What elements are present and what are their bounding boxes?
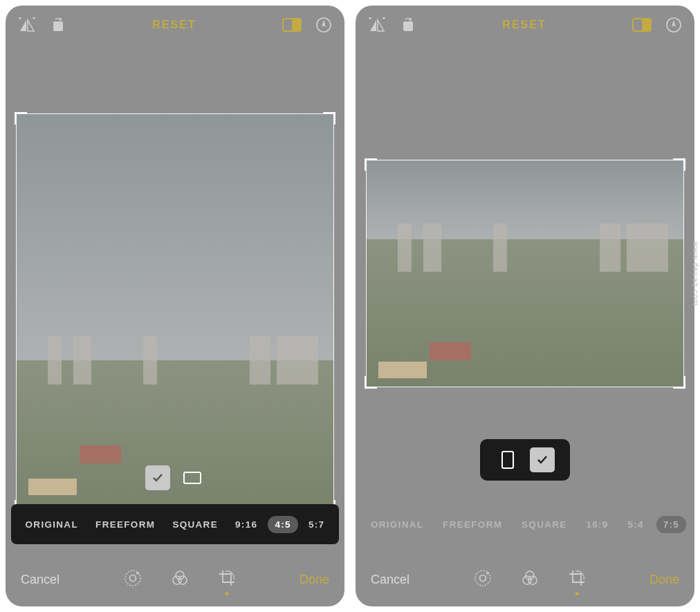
- markup-icon[interactable]: [315, 17, 332, 33]
- svg-point-15: [479, 575, 486, 582]
- crop-tool-icon[interactable]: [218, 569, 236, 590]
- aspect-freeform[interactable]: FREEFORM: [89, 516, 162, 533]
- orientation-portrait-button[interactable]: [495, 447, 520, 472]
- aspect-16-9[interactable]: 16:9: [579, 516, 615, 533]
- svg-point-9: [178, 576, 187, 584]
- svg-point-16: [486, 572, 489, 575]
- screen-left-portrait: RESET ORIGINAL: [6, 6, 344, 606]
- aspect-square[interactable]: SQUARE: [515, 516, 574, 533]
- crop-handle-tr[interactable]: [673, 158, 685, 171]
- aspect-ratio-bar[interactable]: ORIGINAL FREEFORM SQUARE 16:9 5:4 7:5: [361, 504, 689, 544]
- svg-point-5: [129, 575, 136, 582]
- svg-point-6: [136, 572, 139, 575]
- svg-rect-2: [292, 19, 301, 31]
- orientation-portrait-button[interactable]: [145, 465, 170, 490]
- topbar: RESET: [6, 6, 344, 44]
- aspect-ratio-icon[interactable]: [632, 18, 652, 32]
- rotate-icon[interactable]: [50, 17, 66, 33]
- crop-handle-br[interactable]: [673, 376, 685, 389]
- aspect-freeform[interactable]: FREEFORM: [436, 516, 509, 533]
- svg-rect-12: [642, 19, 651, 31]
- svg-rect-0: [53, 21, 63, 31]
- adjust-tool-icon[interactable]: [474, 569, 492, 590]
- svg-rect-10: [403, 21, 413, 31]
- flip-horizontal-icon[interactable]: [18, 17, 36, 33]
- crop-handle-bl[interactable]: [365, 376, 377, 389]
- photo-preview: [366, 160, 684, 387]
- aspect-ratio-icon[interactable]: [282, 18, 302, 32]
- filters-tool-icon[interactable]: [521, 569, 539, 590]
- bottombar: Cancel Done: [6, 553, 344, 606]
- svg-point-19: [528, 576, 537, 584]
- orientation-toggle: [480, 439, 570, 481]
- rotate-icon[interactable]: [400, 17, 416, 33]
- markup-icon[interactable]: [665, 17, 682, 33]
- svg-point-7: [176, 571, 184, 579]
- cancel-button[interactable]: Cancel: [21, 573, 59, 587]
- orientation-landscape-button[interactable]: [180, 465, 205, 490]
- reset-button[interactable]: RESET: [152, 19, 196, 31]
- filters-tool-icon[interactable]: [171, 569, 189, 590]
- aspect-ratio-bar[interactable]: ORIGINAL FREEFORM SQUARE 9:16 4:5 5:7: [11, 504, 339, 544]
- topbar: RESET: [356, 6, 694, 44]
- orientation-landscape-button[interactable]: [530, 447, 555, 472]
- crop-tool-icon[interactable]: [568, 569, 586, 590]
- adjust-tool-icon[interactable]: [124, 569, 142, 590]
- done-button[interactable]: Done: [650, 573, 679, 587]
- aspect-5-4[interactable]: 5:4: [620, 516, 650, 533]
- crop-border[interactable]: [366, 160, 684, 387]
- cancel-button[interactable]: Cancel: [371, 573, 409, 587]
- svg-point-17: [526, 571, 534, 579]
- aspect-original[interactable]: ORIGINAL: [19, 516, 85, 533]
- aspect-5-7[interactable]: 5:7: [302, 516, 331, 533]
- bottombar: Cancel Done: [356, 553, 694, 606]
- crop-handle-tl[interactable]: [15, 112, 27, 124]
- done-button[interactable]: Done: [300, 573, 329, 587]
- crop-border[interactable]: [16, 113, 334, 511]
- photo-preview: [16, 113, 334, 511]
- screen-right-landscape: RESET ORIGINAL: [356, 6, 694, 606]
- aspect-4-5[interactable]: 4:5: [268, 516, 297, 533]
- aspect-7-5[interactable]: 7:5: [656, 516, 686, 533]
- aspect-original[interactable]: ORIGINAL: [364, 516, 430, 533]
- crop-handle-tr[interactable]: [323, 112, 335, 124]
- crop-handle-tl[interactable]: [365, 158, 377, 171]
- orientation-toggle: [6, 465, 344, 490]
- flip-horizontal-icon[interactable]: [368, 17, 386, 33]
- aspect-9-16[interactable]: 9:16: [228, 516, 264, 533]
- reset-button[interactable]: RESET: [502, 19, 546, 31]
- aspect-square[interactable]: SQUARE: [165, 516, 225, 533]
